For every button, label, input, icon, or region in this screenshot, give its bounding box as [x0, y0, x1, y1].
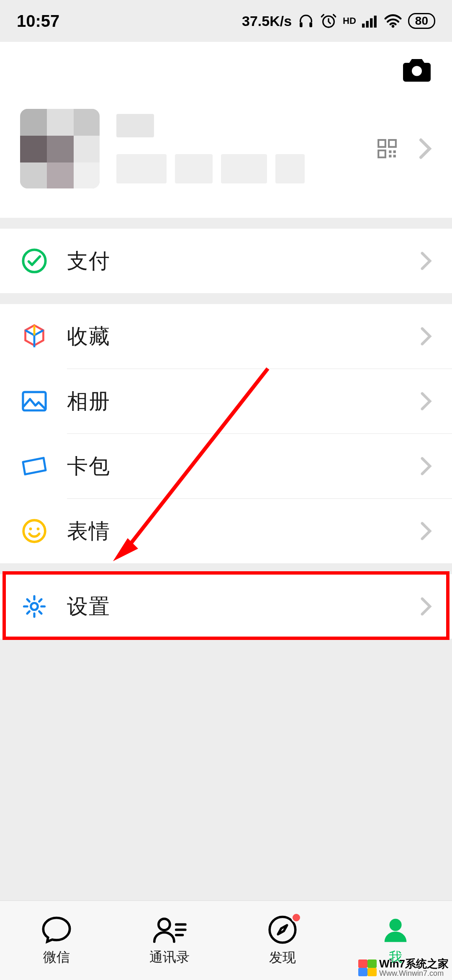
svg-point-7 — [392, 25, 395, 28]
menu-label: 相册 — [67, 387, 420, 415]
menu-item-cards[interactable]: 卡包 — [0, 434, 452, 498]
camera-icon[interactable] — [402, 56, 432, 82]
chevron-right-icon — [420, 456, 432, 476]
svg-rect-13 — [393, 150, 396, 153]
svg-rect-9 — [378, 140, 385, 147]
menu-label: 卡包 — [67, 452, 420, 480]
svg-point-22 — [159, 918, 170, 930]
svg-rect-11 — [378, 150, 385, 157]
menu-item-stickers[interactable]: 表情 — [0, 499, 452, 563]
chevron-right-icon — [420, 597, 432, 616]
profile-row[interactable] — [0, 96, 452, 218]
settings-icon — [20, 593, 49, 619]
svg-rect-12 — [389, 150, 391, 153]
profile-section — [0, 42, 452, 218]
profile-id-blurred — [116, 154, 377, 183]
cards-icon — [20, 455, 49, 477]
svg-rect-5 — [370, 18, 372, 28]
qr-code-icon[interactable] — [377, 138, 398, 159]
chevron-right-icon — [420, 392, 432, 411]
svg-rect-1 — [309, 22, 312, 27]
watermark-text2: Www.Winwin7.com — [379, 970, 449, 977]
stickers-icon — [20, 518, 49, 544]
battery-icon: 80 — [408, 13, 435, 29]
svg-point-18 — [23, 520, 45, 542]
signal-icon — [362, 14, 378, 28]
watermark-logo — [358, 959, 377, 976]
svg-rect-15 — [393, 155, 396, 157]
chevron-right-icon — [420, 327, 432, 346]
menu-item-album[interactable]: 相册 — [0, 369, 452, 433]
avatar — [20, 109, 100, 188]
status-speed: 37.5K/s — [242, 13, 292, 29]
svg-rect-0 — [300, 22, 303, 27]
notification-dot — [291, 913, 301, 923]
nav-label: 通讯录 — [149, 948, 190, 967]
pay-icon — [20, 248, 49, 274]
status-icons: 37.5K/s HD 80 — [242, 13, 435, 29]
nav-label: 发现 — [269, 949, 296, 967]
menu-label: 支付 — [67, 247, 420, 275]
status-time: 10:57 — [17, 12, 59, 31]
menu-label: 设置 — [67, 593, 420, 621]
status-bar: 10:57 37.5K/s HD 80 — [0, 0, 452, 42]
svg-rect-4 — [366, 21, 368, 28]
album-icon — [20, 390, 49, 412]
favorites-icon — [20, 323, 49, 349]
chevron-right-icon — [420, 521, 432, 541]
menu-item-favorites[interactable]: 收藏 — [0, 304, 452, 369]
profile-name-blurred — [116, 114, 154, 137]
menu-item-settings[interactable]: 设置 — [0, 574, 452, 639]
chevron-right-icon — [420, 251, 432, 271]
nav-label: 微信 — [43, 948, 70, 967]
svg-point-21 — [31, 603, 38, 610]
menu-label: 收藏 — [67, 322, 420, 351]
headphones-icon — [298, 13, 314, 29]
svg-point-19 — [29, 527, 32, 530]
watermark: Win7系统之家 Www.Winwin7.com — [358, 958, 449, 977]
alarm-icon — [320, 13, 337, 29]
svg-point-23 — [270, 917, 295, 943]
nav-chats[interactable]: 微信 — [0, 901, 113, 980]
chevron-right-icon — [419, 138, 432, 160]
svg-point-20 — [37, 527, 40, 530]
wifi-icon — [384, 13, 402, 28]
menu-label: 表情 — [67, 517, 420, 545]
menu-item-pay[interactable]: 支付 — [0, 229, 452, 293]
svg-rect-6 — [374, 15, 376, 27]
nav-contacts[interactable]: 通讯录 — [113, 901, 226, 980]
svg-point-24 — [389, 918, 401, 931]
svg-point-8 — [412, 66, 422, 76]
svg-rect-3 — [362, 23, 365, 27]
nav-discover[interactable]: 发现 — [226, 901, 339, 980]
hd-icon: HD — [343, 17, 356, 25]
svg-rect-10 — [389, 140, 396, 147]
svg-rect-14 — [389, 155, 391, 157]
chat-icon — [41, 915, 72, 945]
me-icon — [381, 915, 410, 945]
svg-rect-17 — [23, 392, 46, 410]
watermark-text1: Win7系统之家 — [379, 958, 449, 970]
contacts-icon — [152, 915, 187, 945]
